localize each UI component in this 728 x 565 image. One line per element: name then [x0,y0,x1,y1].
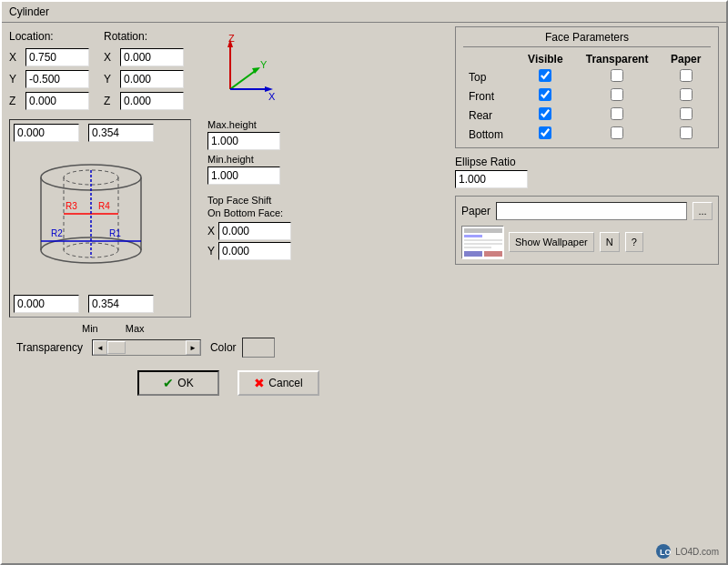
rotation-z-label: Z [104,95,116,107]
paper-browse-button[interactable]: ... [693,202,713,220]
max-label: Max [126,323,145,334]
max-height-row: Max.height [207,119,291,150]
y-shift-input[interactable] [218,242,291,260]
location-z-input[interactable] [25,92,89,110]
col-name-header [463,51,518,67]
svg-rect-33 [484,251,502,257]
wallpaper-thumbnail [461,226,503,258]
paper-label: Paper [461,205,490,217]
location-y-label: Y [9,73,22,86]
rotation-x-input[interactable] [120,48,184,66]
cylinder-top-right-input[interactable] [88,124,154,142]
svg-text:Z: Z [228,35,235,44]
face-top-paper-check[interactable] [680,69,693,82]
col-transparent-header: Transparent [573,51,662,67]
min-height-input[interactable] [207,166,280,185]
scroll-right-btn[interactable]: ► [186,340,200,355]
cylinder-dialog: Cylinder Location: X Y Z [0,0,728,565]
svg-rect-31 [464,247,491,248]
rotation-x-label: X [104,51,116,64]
svg-text:R1: R1 [109,228,121,238]
ok-button[interactable]: ✔ OK [137,370,219,396]
face-front-visible-check[interactable] [539,88,551,101]
svg-text:R3: R3 [66,201,77,211]
cylinder-bottom-right-input[interactable] [88,295,154,313]
y-shift-row: Y [207,242,291,260]
location-group: Location: X Y Z [9,30,89,112]
face-top-name: Top [463,67,518,86]
buttons-row: ✔ OK ✖ Cancel [9,363,448,403]
face-bottom-transparent-check[interactable] [611,126,623,139]
top-face-shift-label: Top Face Shift On Bottom Face: [207,194,291,220]
face-row-front: Front [463,86,711,106]
ellipse-group: Ellipse Ratio [455,156,719,188]
svg-text:R2: R2 [51,228,63,238]
rotation-y-label: Y [104,73,116,86]
rotation-z-input[interactable] [120,92,184,110]
x-shift-row: X [207,222,291,240]
paper-top-row: Paper ... [461,202,713,220]
ellipse-ratio-label: Ellipse Ratio [455,156,719,168]
face-row-rear: Rear [463,106,711,125]
face-parameters-panel: Face Parameters Visible Transparent Pape… [455,26,719,148]
face-row-bottom: Bottom [463,125,711,144]
svg-rect-30 [464,243,502,245]
ellipse-ratio-input[interactable] [455,170,528,188]
svg-rect-28 [464,235,482,237]
face-rear-paper-check[interactable] [680,107,693,120]
params-group: Max.height Min.height Top Face Shift On … [207,119,291,318]
rotation-y-input[interactable] [120,70,184,88]
right-panel: Face Parameters Visible Transparent Pape… [455,26,719,403]
face-rear-name: Rear [463,106,518,125]
face-front-transparent-check[interactable] [611,88,623,101]
max-height-label: Max.height [207,119,291,130]
cylinder-box: R3 R4 R2 R1 [9,119,191,318]
paper-bottom-row: Show Wallpaper N ? [461,226,713,258]
location-x-input[interactable] [25,48,89,66]
cylinder-bottom-inputs [14,295,187,313]
svg-text:LO: LO [660,548,672,557]
window-title: Cylinder [9,5,49,18]
location-y-input[interactable] [25,70,89,88]
max-height-input[interactable] [207,132,280,150]
svg-text:Y: Y [260,59,268,70]
title-bar: Cylinder [2,2,726,23]
rotation-label: Rotation: [104,30,184,43]
transparency-label: Transparency [16,341,83,354]
face-rear-visible-check[interactable] [539,107,551,120]
face-front-paper-check[interactable] [680,88,693,101]
face-front-name: Front [463,86,518,106]
x-shift-input[interactable] [218,222,291,240]
face-top-transparent-check[interactable] [611,69,623,82]
svg-rect-27 [464,228,502,233]
color-swatch[interactable] [242,338,275,358]
ok-checkmark-icon: ✔ [163,376,174,390]
cylinder-top-left-input[interactable] [14,124,79,142]
location-label: Location: [9,30,89,43]
transparency-row: Transparency ◄ ► Color [9,334,448,361]
scroll-left-btn[interactable]: ◄ [93,340,107,355]
face-bottom-visible-check[interactable] [539,126,551,139]
cylinder-bottom-left-input[interactable] [14,295,79,313]
cancel-button[interactable]: ✖ Cancel [238,370,319,396]
face-top-visible-check[interactable] [539,69,551,82]
cylinder-top-inputs [14,124,187,142]
svg-rect-32 [464,251,482,257]
svg-text:X: X [268,91,276,102]
scroll-thumb[interactable] [107,341,126,354]
cancel-x-icon: ✖ [254,376,265,390]
face-rear-transparent-check[interactable] [611,107,623,120]
min-height-row: Min.height [207,154,291,185]
min-label: Min [82,323,98,334]
face-parameters-title: Face Parameters [463,31,711,47]
help-button[interactable]: ? [625,232,643,252]
face-bottom-paper-check[interactable] [680,126,693,139]
transparency-scrollbar[interactable]: ◄ ► [92,339,201,356]
n-button[interactable]: N [600,232,620,252]
paper-input-field[interactable] [496,202,687,220]
cylinder-diagram: R3 R4 R2 R1 [14,146,168,291]
show-wallpaper-button[interactable]: Show Wallpaper [509,232,594,252]
y-shift-label: Y [207,245,215,257]
face-parameters-table: Visible Transparent Paper Top [463,51,711,144]
face-bottom-name: Bottom [463,125,518,144]
